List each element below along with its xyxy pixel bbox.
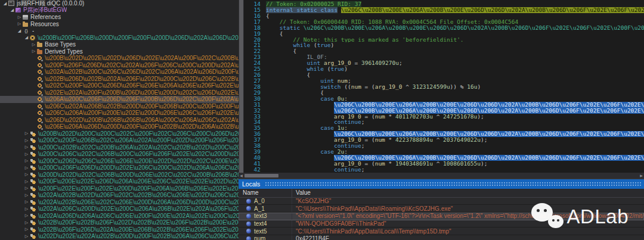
expander-closed-icon[interactable]: ▷ <box>23 152 30 157</box>
tree-item[interactable]: ▷\u202B\u200F\u202B\u206F\u202D\u202B\u2… <box>0 219 239 226</box>
tree-item[interactable]: ▷\u200F\u200E\u202E\u206D\u206A\u206E\u2… <box>0 178 239 185</box>
tree-item[interactable]: ▷Base Types <box>0 41 239 48</box>
tree-item[interactable]: \u206C\u206A\u200F\u200E\u202E\u200D\u20… <box>0 110 239 117</box>
column-header-name[interactable]: Name <box>239 189 292 197</box>
scroll-left-icon[interactable]: ◀ <box>239 173 244 177</box>
tree-item[interactable]: ▷\u200C\u206C\u202C\u206B\u200C\u206F\u2… <box>0 151 239 158</box>
tree-item[interactable]: ▷\u200D\u202D\u202C\u206B\u200D\u206E\u2… <box>0 172 239 179</box>
tree-item[interactable]: \u202B\u206D\u202B\u202A\u206F\u202D\u20… <box>0 76 239 83</box>
tree-item[interactable]: ▷References <box>0 14 239 21</box>
expander-closed-icon[interactable]: ▷ <box>23 213 30 218</box>
expander-closed-icon[interactable]: ▷ <box>23 193 30 198</box>
code-line[interactable]: 30case 0u: <box>244 96 644 102</box>
expander-closed-icon[interactable]: ▷ <box>23 234 30 239</box>
code-line[interactable]: 14// Token: 0x02000025 RID: 37 <box>244 1 644 7</box>
tree-item[interactable]: \u206E\u206A\u206D\u200D\u200F\u200F\u20… <box>0 123 239 130</box>
tree-item[interactable]: \u206D\u202D\u200B\u206B\u206B\u206A\u20… <box>0 117 239 124</box>
tree-item[interactable]: ▷\u202D\u202E\u202A\u202B\u200D\u200F\u2… <box>0 233 239 240</box>
expander-closed-icon[interactable]: ▷ <box>16 15 23 20</box>
expander-closed-icon[interactable]: ▷ <box>16 21 23 26</box>
code-line[interactable]: 22{ <box>244 48 644 54</box>
tree-item[interactable]: ▷\u202B\u206F\u206D\u202A\u200E\u206B\u2… <box>0 226 239 233</box>
code-line[interactable]: 28switch ((num = (arg_19_0 ^ 3123124599u… <box>244 84 644 90</box>
code-line[interactable]: 23IL_0F: <box>244 54 644 60</box>
expander-closed-icon[interactable]: ▷ <box>23 145 30 149</box>
code-line[interactable]: 15internal static class \u206C\u200B\u20… <box>244 7 644 13</box>
tree-item[interactable]: \u200F\u206F\u206D\u202C\u202A\u206F\u20… <box>0 62 239 69</box>
tree-item[interactable]: ◢\u200B\u200F\u206B\u200D\u200F\u200F\u2… <box>0 35 239 42</box>
tree-item[interactable]: ▷\u200C\u206D\u206C\u206E\u206E\u200E\u2… <box>0 158 239 165</box>
tree-item[interactable]: ▷\u200F\u202E\u200F\u202E\u200D\u200F\u2… <box>0 185 239 192</box>
code-line[interactable]: 34continue; <box>244 119 644 125</box>
tree-item[interactable]: ▷\u200B\u202D\u200C\u200C\u202C\u200F\u2… <box>0 130 239 138</box>
code-line[interactable]: 35case 1u: <box>244 125 644 131</box>
code-line[interactable]: 19{ <box>244 31 644 37</box>
code-line[interactable]: 36\u206C\u200B\u200E\u206A\u200B\u200E\u… <box>244 131 644 137</box>
tree-item[interactable]: ◢P席je泽ButEGW <box>0 7 239 14</box>
code-line[interactable]: 25while (true) <box>244 66 644 72</box>
code-line[interactable]: 20// Note: this type is marked as 'befor… <box>244 37 644 43</box>
tree-item[interactable]: \u202A\u202B\u200C\u206C\u206D\u202C\u20… <box>0 68 239 76</box>
code-line[interactable]: 24uint arg_19_0 = 3961409270u; <box>244 60 644 66</box>
expander-closed-icon[interactable]: ▷ <box>23 138 30 143</box>
expander-closed-icon[interactable]: ▷ <box>23 158 30 163</box>
expander-closed-icon[interactable]: ▷ <box>23 166 30 170</box>
code-line[interactable]: 42continue; <box>244 167 644 173</box>
locals-row[interactable]: num0x42211B4F <box>239 235 644 240</box>
tree-item[interactable]: ▷Resources <box>0 21 239 28</box>
code-line[interactable]: 32\u206C\u200B\u200E\u206A\u200B\u200E\u… <box>244 108 644 114</box>
expander-closed-icon[interactable]: ▷ <box>23 179 30 184</box>
tree-item[interactable]: \u202C\u200F\u200C\u206D\u206F\u206E\u20… <box>0 82 239 89</box>
tree-item[interactable]: ▷\u202A\u206D\u206A\u206C\u206E\u200F\u2… <box>0 213 239 220</box>
expander-closed-icon[interactable]: ▷ <box>30 42 37 47</box>
tree-item[interactable]: \u200B\u202D\u202E\u202D\u206D\u202E\u20… <box>0 55 239 62</box>
tree-item[interactable]: ▷\u202A\u202B\u202D\u206F\u202C\u202B\u2… <box>0 192 239 199</box>
code-line[interactable]: 41arg_19_0 = (num * 1940348691u ^ 100860… <box>244 161 644 167</box>
horizontal-scrollbar-thumb[interactable] <box>244 174 278 177</box>
expander-closed-icon[interactable]: ▷ <box>23 227 30 232</box>
tree-item[interactable]: ▷\u202A\u206C\u200D\u202E\u200C\u206A\u2… <box>0 205 239 213</box>
code-line[interactable]: 29{ <box>244 90 644 96</box>
scroll-right-icon[interactable]: ▶ <box>639 173 644 177</box>
code-line[interactable]: 40\u206C\u200B\u200E\u206A\u200B\u200E\u… <box>244 155 644 161</box>
expander-closed-icon[interactable]: ▷ <box>30 49 37 54</box>
assembly-explorer[interactable]: ◢js顾RFH顾 diQC (0.0.0.0)◢P席je泽ButEGW▷Refe… <box>0 0 239 240</box>
tree-item[interactable]: \u202E\u202A\u200F\u200B\u206D\u200E\u20… <box>0 89 239 96</box>
column-header-value[interactable]: Value <box>292 189 644 197</box>
tree-item[interactable]: ▷\u200C\u202B\u202C\u200B\u206A\u202A\u2… <box>0 144 239 151</box>
tree-item[interactable]: \u206C\u202A\u206B\u202B\u200D\u200F\u20… <box>0 103 239 110</box>
code-line[interactable]: 33arg_19_0 = (num * 4011702703u ^ 247251… <box>244 114 644 120</box>
tree-item[interactable]: ◢js顾RFH顾 diQC (0.0.0.0) <box>0 0 239 7</box>
tree-item[interactable]: \u206A\u200C\u206F\u206D\u206F\u200B\u20… <box>0 96 239 103</box>
expander-closed-icon[interactable]: ▷ <box>23 220 30 225</box>
tree-item[interactable]: ▷\u200C\u200F\u206B\u202C\u206A\u202A\u2… <box>0 137 239 144</box>
tree-item[interactable]: ▷Derived Types <box>0 48 239 55</box>
code-horizontal-scrollbar[interactable]: ◀ ▶ <box>239 173 644 179</box>
code-line[interactable]: 26{ <box>244 72 644 78</box>
expander-open-icon[interactable]: ◢ <box>23 35 30 40</box>
expander-closed-icon[interactable]: ▷ <box>23 131 30 136</box>
code-line[interactable]: 38continue; <box>244 143 644 149</box>
expander-open-icon[interactable]: ◢ <box>16 29 23 33</box>
code-line[interactable]: 16{ <box>244 13 644 19</box>
tree-item[interactable]: ◢{}- <box>0 27 239 35</box>
expander-closed-icon[interactable]: ▷ <box>23 200 30 204</box>
tree-item[interactable]: ▷\u202A\u202B\u206E\u202C\u206E\u200D\u2… <box>0 199 239 206</box>
expander-open-icon[interactable]: ◢ <box>2 1 8 6</box>
code-line[interactable]: 31\u206C\u200B\u200E\u206A\u200B\u200E\u… <box>244 102 644 108</box>
code-vertical-scrollbar[interactable] <box>239 0 244 173</box>
code-line[interactable]: 21while (true) <box>244 42 644 48</box>
expander-closed-icon[interactable]: ▷ <box>23 172 30 177</box>
code-line[interactable]: 39case 2u: <box>244 149 644 155</box>
code-line[interactable]: 18static \u206C\u200B\u200E\u206A\u200B\… <box>244 25 644 31</box>
vertical-scrollbar-thumb[interactable] <box>239 0 243 173</box>
expander-open-icon[interactable]: ◢ <box>9 8 16 13</box>
expander-closed-icon[interactable]: ▷ <box>23 207 30 211</box>
code-line[interactable]: 27uint num; <box>244 78 644 84</box>
code-editor[interactable]: 14// Token: 0x02000025 RID: 3715internal… <box>244 0 644 173</box>
expander-closed-icon[interactable]: ▷ <box>23 186 30 191</box>
tree-item[interactable]: ▷\u200C\u206F\u206D\u200D\u202E\u206C\u2… <box>0 164 239 172</box>
code-line[interactable]: 37arg_19_0 = (num * 4223788894u ^ 203764… <box>244 137 644 143</box>
locals-title-bar[interactable]: Locals <box>239 179 644 189</box>
code-line[interactable]: 17// Token: 0x06000440 RID: 1088 RVA: 0x… <box>244 19 644 25</box>
